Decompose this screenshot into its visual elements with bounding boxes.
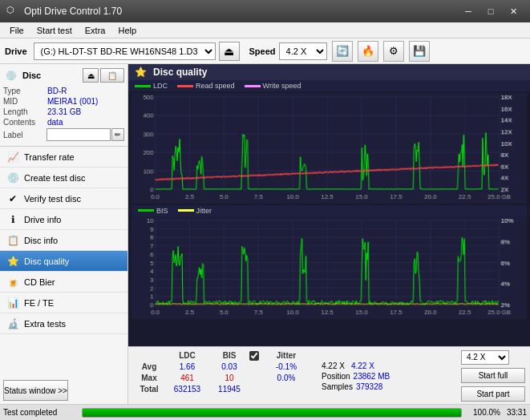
avg-ldc: 1.66 [165,361,209,372]
samples-row: Samples 379328 [322,382,390,391]
readspeed-legend-label: Read speed [196,82,235,90]
extra-tests-icon: 🔬 [6,317,19,330]
disc-type-row: Type BD-R [3,87,124,95]
writespeed-legend-label: Write speed [263,82,301,90]
disc-info-btn[interactable]: 📋 [100,68,124,83]
transfer-rate-icon: 📈 [6,151,19,164]
max-bis: 10 [209,373,249,383]
jitter-legend-color [178,209,194,212]
position-val: 23862 MB [354,372,390,381]
app-title: Opti Drive Control 1.70 [24,6,458,17]
bottom-legend: BIS Jitter [131,205,527,216]
bis-legend-label: BIS [156,207,168,215]
speed-static-label: 4.22 X [322,361,345,370]
col-header-empty [133,350,165,361]
nav-extra-tests[interactable]: 🔬 Extra tests [0,313,127,334]
start-part-button[interactable]: Start part [461,386,525,402]
menu-starttest[interactable]: Start test [30,24,79,37]
fe-te-icon: 📊 [6,297,19,309]
action-speed-select[interactable]: 4.2 X Max 8 X [461,350,509,365]
eject-button[interactable]: ⏏ [219,42,240,61]
progress-bar-inner [83,409,461,417]
position-row: Position 23862 MB [322,372,390,381]
window-controls: ─ □ ✕ [458,3,524,19]
create-test-disc-icon: 💿 [6,172,19,184]
bottom-chart [131,216,527,319]
writespeed-legend: Write speed [245,82,301,90]
nav-transfer-rate[interactable]: 📈 Transfer rate [0,147,127,168]
col-header-jitter: Jitter [262,350,310,361]
max-ldc: 461 [165,373,209,383]
contents-value: data [47,118,124,127]
maximize-button[interactable]: □ [480,3,501,19]
minimize-button[interactable]: ─ [458,3,479,19]
bis-legend: BIS [138,207,168,215]
speed-select[interactable]: 4.2 X Max 8 X [279,42,327,60]
jitter-legend: Jitter [178,207,212,215]
label-input[interactable] [47,128,111,141]
total-jitter [262,384,310,394]
drive-label: Drive [5,46,27,56]
save-button[interactable]: 💾 [409,41,430,62]
right-panel: ⭐ Disc quality LDC Read speed Write spee… [128,64,530,404]
readspeed-legend: Read speed [177,82,235,90]
bis-legend-color [138,209,154,212]
nav-cd-bier[interactable]: 🍺 CD Bier [0,272,127,293]
nav-drive-info[interactable]: ℹ Drive info [0,209,127,230]
app-icon: ⬡ [6,5,19,18]
col-header-ldc: LDC [165,350,209,361]
nav-fe-te[interactable]: 📊 FE / TE [0,293,127,313]
speed-label: Speed [249,46,276,56]
label-edit-btn[interactable]: ✏ [111,128,124,141]
refresh-button[interactable]: 🔄 [332,41,353,62]
avg-label: Avg [133,361,165,372]
start-full-button[interactable]: Start full [461,368,525,383]
nav-disc-quality[interactable]: ⭐ Disc quality [0,251,127,272]
samples-val: 379328 [356,382,382,391]
cd-bier-icon: 🍺 [6,276,19,289]
drive-info-icon: ℹ [6,213,19,226]
length-label: Length [3,107,47,116]
length-value: 23.31 GB [47,107,124,116]
settings-button[interactable]: ⚙ [383,41,404,62]
menu-file[interactable]: File [3,24,30,37]
avg-bis: 0.03 [209,361,249,372]
bottom-main: LDC BIS Jitter Avg 1.66 0.03 -0.1% [128,347,530,404]
max-label: Max [133,373,165,383]
chart-header-icon: ⭐ [135,67,147,78]
progress-bar-outer [82,408,462,418]
disc-eject-btn[interactable]: ⏏ [83,68,99,83]
speed-val: 4.22 X [351,361,374,370]
samples-label: Samples [322,382,353,391]
disc-icon: 💿 [3,67,19,83]
menu-help[interactable]: Help [111,24,143,37]
position-label: Position [322,372,350,381]
nav-verify-test-disc[interactable]: ✔ Verify test disc [0,188,127,209]
nav-disc-info[interactable]: 📋 Disc info [0,230,127,251]
disc-title: Disc [22,71,41,80]
title-bar: ⬡ Opti Drive Control 1.70 ─ □ ✕ [0,0,530,22]
jitter-checkbox[interactable] [249,351,259,361]
nav-extra-tests-label: Extra tests [24,319,66,329]
nav-transfer-rate-label: Transfer rate [24,152,75,162]
disc-contents-row: Contents data [3,118,124,127]
disc-mid-row: MID MEIRA1 (001) [3,97,124,106]
disc-section: 💿 Disc ⏏ 📋 Type BD-R MID MEIRA1 (001) Le… [0,64,127,147]
elapsed-time: 33:31 [507,408,527,417]
status-window-button[interactable]: Status window >> [3,380,68,401]
nav-disc-info-label: Disc info [24,236,58,245]
drive-select[interactable]: (G:) HL-DT-ST BD-RE WH16NS48 1.D3 [34,42,216,60]
top-chart [131,93,527,204]
disc-length-row: Length 23.31 GB [3,107,124,116]
burn-button[interactable]: 🔥 [358,41,378,62]
speed-row: 4.22 X 4.22 X [322,361,390,370]
toolbar: Drive (G:) HL-DT-ST BD-RE WH16NS48 1.D3 … [0,38,530,64]
chart-header: ⭐ Disc quality [128,64,530,80]
menu-extra[interactable]: Extra [79,24,112,37]
nav-create-test-disc[interactable]: 💿 Create test disc [0,168,127,188]
close-button[interactable]: ✕ [503,3,524,19]
stats-table: LDC BIS Jitter Avg 1.66 0.03 -0.1% [128,347,315,404]
ldc-legend: LDC [135,82,168,90]
action-block: 4.2 X Max 8 X Start full Start part [456,347,530,404]
type-value: BD-R [47,87,124,95]
